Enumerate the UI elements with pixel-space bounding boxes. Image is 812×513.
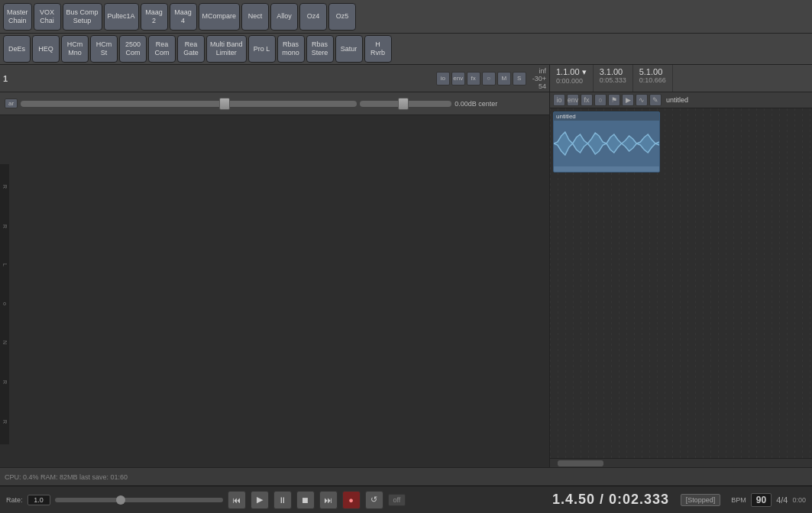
left-panel: 1 io env fx ○ M S inf -30+ 54 ar xyxy=(0,65,550,467)
bpm-label: BPM xyxy=(731,496,746,504)
off-button[interactable]: off xyxy=(388,494,406,506)
stop-button[interactable]: ⏹ xyxy=(296,491,315,509)
time1-sub: 0:00.000 xyxy=(556,77,587,85)
main-fader-thumb[interactable] xyxy=(219,98,230,110)
second-toolbar: DeEs HEQ HCmMno HCmSt 2500Com ReaCom Rea… xyxy=(0,34,812,65)
fx-button[interactable]: fx xyxy=(467,72,480,86)
rewind-button[interactable]: ⏮ xyxy=(228,491,246,509)
meter-r1: R xyxy=(2,185,8,189)
scrollbar-thumb[interactable] xyxy=(558,460,603,466)
rea-com-button[interactable]: ReaCom xyxy=(148,35,176,63)
env-button[interactable]: env xyxy=(451,72,465,86)
secondary-fader-thumb[interactable] xyxy=(398,98,409,110)
track-number: 1 xyxy=(3,74,8,83)
time-extra: 0:00 xyxy=(792,496,806,504)
inf-value: inf xyxy=(532,67,546,75)
rate-label: Rate: xyxy=(6,496,23,504)
volume-readout: 0.00dB center xyxy=(455,100,497,108)
pro-l-button[interactable]: Pro L xyxy=(248,35,276,63)
fastforward-button[interactable]: ⏭ xyxy=(319,491,338,509)
oz4-button[interactable]: Oz4 xyxy=(299,3,327,31)
meter-r2: R xyxy=(2,224,8,228)
pultec1a-button[interactable]: Pultec1A xyxy=(104,3,139,31)
horizontal-scrollbar[interactable] xyxy=(550,458,812,467)
alloy-button[interactable]: Alloy xyxy=(270,3,298,31)
master-chain-button[interactable]: MasterChain xyxy=(3,3,32,31)
status-text: CPU: 0.4% RAM: 82MB last save: 01:60 xyxy=(5,473,128,481)
record-button[interactable]: ● xyxy=(342,491,361,509)
time-block-3: 5.1.00 0:10.666 xyxy=(633,65,673,92)
track-header: 1 io env fx ○ M S inf -30+ 54 xyxy=(0,65,549,92)
tl-wave-icon[interactable]: ∿ xyxy=(636,94,648,106)
tl-pencil-icon[interactable]: ✎ xyxy=(649,94,662,106)
audio-clip[interactable]: untitled xyxy=(553,111,660,173)
time-signature: 4/4 xyxy=(776,495,788,505)
record-button[interactable]: ○ xyxy=(482,72,496,86)
solo-button[interactable]: S xyxy=(513,72,526,86)
ar-button[interactable]: ar xyxy=(5,98,18,108)
position-display: 1.4.50 / 0:02.333 xyxy=(552,492,669,508)
track-canvas xyxy=(0,115,549,467)
meter-l: L xyxy=(2,263,8,266)
tl-flag-icon[interactable]: ⚑ xyxy=(608,94,620,106)
hcm-st-button[interactable]: HCmSt xyxy=(90,35,118,63)
hcm-mno-button[interactable]: HCmMno xyxy=(61,35,89,63)
bpm-value[interactable]: 90 xyxy=(751,493,772,507)
transport-bar: Rate: 1.0 ⏮ ▶ ⏸ ⏹ ⏭ ● ↺ off 1.4.50 / 0:0… xyxy=(0,486,812,513)
time-block-2: 3.1.00 0:05.333 xyxy=(594,65,633,92)
rate-slider-thumb[interactable] xyxy=(116,495,125,505)
waveform-svg xyxy=(554,121,659,166)
rbas-stere-button[interactable]: RbasStere xyxy=(306,35,334,63)
time2-sub: 0:05.333 xyxy=(600,76,626,84)
tl-circle-icon[interactable]: ○ xyxy=(594,94,607,106)
time3-main: 5.1.00 xyxy=(639,67,666,76)
time2-main: 3.1.00 xyxy=(600,67,626,76)
play-button[interactable]: ▶ xyxy=(251,491,269,509)
bus-comp-setup-button[interactable]: Bus CompSetup xyxy=(63,3,102,31)
rbas-mono-button[interactable]: Rbasmono xyxy=(277,35,305,63)
rate-slider[interactable] xyxy=(55,498,223,502)
de-es-button[interactable]: DeEs xyxy=(3,35,31,63)
io-button[interactable]: io xyxy=(436,72,450,86)
track-fader-area: ar 0.00dB center xyxy=(0,92,549,115)
loop-button[interactable]: ↺ xyxy=(365,491,383,509)
stopped-badge: [Stopped] xyxy=(681,494,721,506)
right-panel: 1.1.00 ▾ 0:00.000 3.1.00 0:05.333 5.1.00… xyxy=(550,65,812,467)
meter-r4: R xyxy=(2,420,8,424)
meter-sidebar: R R L o N R R xyxy=(0,164,9,444)
db-value1: -30+ xyxy=(532,75,546,82)
db-value2: 54 xyxy=(532,82,546,90)
track-icons: io env fx ○ M S xyxy=(436,72,526,86)
icon-strip: io env fx ○ ⚑ ▶ ∿ ✎ untitled xyxy=(550,92,812,108)
vox-chain-button[interactable]: VOXChai xyxy=(34,3,61,31)
mute-button[interactable]: M xyxy=(497,72,511,86)
2500-com-button[interactable]: 2500Com xyxy=(119,35,147,63)
maag2-button[interactable]: Maag2 xyxy=(141,3,168,31)
clip-label: untitled xyxy=(554,112,659,121)
time3-sub: 0:10.666 xyxy=(639,76,666,84)
heq-button[interactable]: HEQ xyxy=(32,35,60,63)
meter-o: o xyxy=(2,302,8,305)
rea-gate-button[interactable]: ReaGate xyxy=(177,35,205,63)
mcompare-button[interactable]: MCompare xyxy=(199,3,241,31)
tl-env-icon[interactable]: env xyxy=(567,94,579,106)
meter-r3: R xyxy=(2,380,8,384)
secondary-fader[interactable] xyxy=(360,101,451,107)
multi-band-limiter-button[interactable]: Multi BandLimiter xyxy=(206,35,247,63)
satur-button[interactable]: Satur xyxy=(335,35,363,63)
rate-value: 1.0 xyxy=(27,495,50,505)
main-area: 1 io env fx ○ M S inf -30+ 54 ar xyxy=(0,65,812,467)
nect-button[interactable]: Nect xyxy=(241,3,269,31)
track-content-area[interactable]: untitled xyxy=(550,108,812,458)
tl-arrow-icon[interactable]: ▶ xyxy=(622,94,634,106)
maag4-button[interactable]: Maag4 xyxy=(170,3,197,31)
time-block-1: 1.1.00 ▾ 0:00.000 xyxy=(550,65,594,92)
main-fader[interactable] xyxy=(21,101,357,107)
h-rvrb-button[interactable]: HRvrb xyxy=(364,35,392,63)
top-toolbar: MasterChain VOXChai Bus CompSetup Pultec… xyxy=(0,0,812,34)
time1-main: 1.1.00 ▾ xyxy=(556,67,587,77)
tl-fx-icon[interactable]: fx xyxy=(581,94,593,106)
tl-io-icon[interactable]: io xyxy=(553,94,565,106)
oz5-button[interactable]: Oz5 xyxy=(328,3,356,31)
pause-button[interactable]: ⏸ xyxy=(273,491,292,509)
